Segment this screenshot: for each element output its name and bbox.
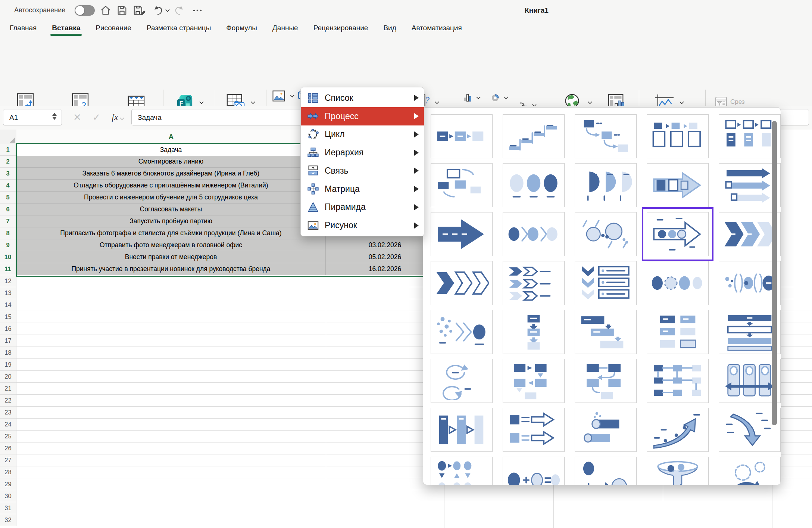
row-header-3[interactable]: 3	[0, 168, 16, 180]
cell-a8[interactable]: Пригласить фотографа и стилиста для съём…	[16, 227, 326, 239]
row-header[interactable]: 24	[0, 419, 16, 431]
tab-automate[interactable]: Автоматизация	[412, 24, 462, 37]
row-header[interactable]: 28	[0, 466, 16, 478]
cell-a5[interactable]: Провести с инженером обучение для 5 сотр…	[16, 192, 326, 203]
row-header[interactable]: 31	[0, 502, 16, 514]
row-header-1[interactable]: 1	[0, 144, 16, 156]
confirm-entry-icon[interactable]: ✓	[93, 112, 101, 123]
gallery-item-alternating-picture-blocks[interactable]	[431, 163, 493, 207]
row-header[interactable]: 21	[0, 383, 16, 395]
gallery-item-curved-flow-process[interactable]	[575, 359, 637, 403]
menu-item-picture[interactable]: Рисунок	[301, 216, 424, 235]
pie-chart-button[interactable]	[491, 93, 508, 102]
menu-item-list[interactable]: Список	[301, 89, 424, 107]
gallery-item-network-grid-process[interactable]	[647, 359, 709, 403]
gallery-item-staggered-process[interactable]	[575, 310, 637, 354]
gallery-item-accent-bar-process[interactable]	[431, 408, 493, 452]
cell-a3[interactable]: Заказать 6 макетов блокнотов дизайнерам …	[16, 168, 326, 179]
row-header-5[interactable]: 5	[0, 192, 16, 204]
gallery-item-picture-accent-process[interactable]	[647, 114, 709, 158]
gallery-item-equation-process[interactable]	[503, 457, 565, 485]
sparklines-chevron-icon[interactable]	[680, 100, 684, 104]
gallery-item-vertical-process[interactable]	[503, 310, 565, 354]
gallery-item-vertical-chevron-list[interactable]	[503, 261, 565, 305]
row-header-9[interactable]: 9	[0, 239, 16, 251]
gallery-item-ascending-arrow-process[interactable]	[647, 408, 709, 452]
row-header[interactable]: 30	[0, 490, 16, 502]
gallery-item-detailed-arrow-list[interactable]	[503, 408, 565, 452]
tab-draw[interactable]: Рисование	[96, 24, 131, 37]
row-header[interactable]: 16	[0, 323, 16, 335]
cell-a2[interactable]: Смонтировать линию	[16, 156, 326, 167]
tab-insert[interactable]: Вставка	[52, 24, 80, 37]
home-icon[interactable]	[100, 5, 111, 16]
row-header-2[interactable]: 2	[0, 156, 16, 168]
recommended-charts-chevron-icon[interactable]	[435, 100, 439, 104]
more-options-icon[interactable]	[193, 5, 202, 16]
row-header[interactable]: 14	[0, 299, 16, 311]
gallery-item-bending-process[interactable]	[575, 114, 637, 158]
row-header[interactable]: 25	[0, 431, 16, 442]
cell-a4[interactable]: Отладить оборудование с приглашённым инж…	[16, 180, 326, 191]
cell-a9[interactable]: Отправить фото менеджерам в головной офи…	[16, 239, 326, 251]
row-header[interactable]: 20	[0, 371, 16, 383]
row-header[interactable]: 13	[0, 287, 16, 299]
menu-item-process[interactable]: Процесс	[301, 107, 424, 125]
tab-home[interactable]: Главная	[10, 24, 37, 37]
pie-chart-chevron-icon[interactable]	[504, 95, 508, 99]
gallery-item-converging-arrow-process[interactable]	[431, 310, 493, 354]
forms-chevron-icon[interactable]	[199, 100, 203, 104]
gallery-item-grid-flow-process[interactable]	[503, 359, 565, 403]
undo-icon[interactable]	[152, 5, 169, 16]
select-all-corner[interactable]	[0, 130, 17, 144]
row-header-8[interactable]: 8	[0, 227, 16, 239]
name-box-stepper[interactable]	[52, 113, 57, 120]
gallery-item-addition-process[interactable]	[575, 457, 637, 485]
maps-chevron-icon[interactable]	[588, 100, 592, 104]
cell-a10[interactable]: Внести правки от менеджеров	[16, 251, 326, 263]
menu-item-relationship[interactable]: Связь	[301, 162, 424, 180]
save-icon[interactable]	[116, 5, 128, 16]
gallery-item-opposing-flow-process[interactable]	[431, 457, 493, 485]
column-chart-button[interactable]	[463, 93, 480, 102]
row-header[interactable]: 26	[0, 442, 16, 454]
insert-function-button[interactable]: fx	[112, 112, 124, 122]
gallery-item-arrow-ribbon[interactable]	[431, 212, 493, 256]
save-as-icon[interactable]	[133, 5, 146, 16]
gallery-item-arrow-accent-process[interactable]	[647, 163, 709, 207]
menu-item-pyramid[interactable]: Пирамида	[301, 198, 424, 217]
row-header[interactable]: 19	[0, 359, 16, 371]
pictures-chevron-icon[interactable]	[290, 93, 294, 97]
gallery-item-grouped-list-process[interactable]	[647, 310, 709, 354]
row-header[interactable]: 22	[0, 395, 16, 407]
gallery-item-half-circle-process[interactable]	[575, 163, 637, 207]
cell-a6[interactable]: Согласовать макеты	[16, 204, 326, 215]
gallery-scrollbar[interactable]	[772, 121, 777, 425]
row-header[interactable]: 17	[0, 335, 16, 347]
menu-item-cycle[interactable]: Цикл	[301, 125, 424, 144]
menu-item-matrix[interactable]: Матрица	[301, 180, 424, 198]
tab-data[interactable]: Данные	[272, 24, 298, 37]
autosave-toggle[interactable]	[75, 5, 95, 16]
row-header[interactable]: 29	[0, 478, 16, 490]
gallery-item-circle-arrow-process[interactable]	[503, 212, 565, 256]
row-header[interactable]: 15	[0, 311, 16, 323]
from-picture-chevron-icon[interactable]	[251, 100, 255, 104]
gallery-item-vertical-arrow-list[interactable]	[575, 261, 637, 305]
row-header-6[interactable]: 6	[0, 204, 16, 215]
row-header[interactable]: 23	[0, 407, 16, 419]
cell-a11[interactable]: Принять участие в презентации новинок дл…	[16, 263, 326, 275]
row-header-7[interactable]: 7	[0, 215, 16, 227]
undo-chevron-icon[interactable]	[165, 7, 169, 12]
gallery-item-continuous-block-process[interactable]	[503, 163, 565, 207]
gallery-item-diagonal-accent-process[interactable]	[575, 212, 637, 256]
row-header[interactable]: 32	[0, 514, 16, 526]
column-chart-chevron-icon[interactable]	[476, 95, 480, 99]
pictures-button[interactable]	[272, 90, 294, 102]
row-header-4[interactable]: 4	[0, 180, 16, 192]
column-header-a[interactable]: A	[16, 130, 326, 144]
row-header-11[interactable]: 11	[0, 263, 16, 275]
row-header-10[interactable]: 10	[0, 251, 16, 263]
gallery-item-chevron-accent-process[interactable]	[431, 261, 493, 305]
gallery-item-step-up-process[interactable]	[503, 114, 565, 158]
